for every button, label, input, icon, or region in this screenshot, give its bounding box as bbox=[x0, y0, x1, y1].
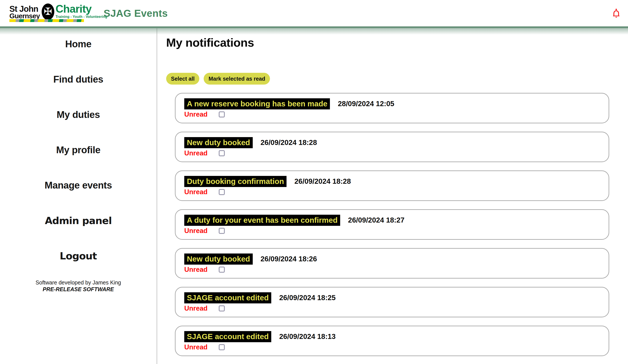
logo-tagline: Training - Youth - Volunteering bbox=[56, 15, 107, 19]
notification-card-row2: Unread bbox=[184, 111, 602, 118]
maltese-cross-glyph: ✠ bbox=[44, 6, 52, 16]
notification-status: Unread bbox=[184, 304, 208, 312]
sidebar-item-admin-panel[interactable]: Admin panel bbox=[0, 203, 157, 238]
notification-select-checkbox[interactable] bbox=[219, 228, 225, 234]
app-header: St John Guernsey ✠ Charity Training - Yo… bbox=[0, 0, 628, 26]
page-layout: Home Find duties My duties My profile Ma… bbox=[0, 26, 628, 364]
sidebar-item-manage-events[interactable]: Manage events bbox=[0, 168, 157, 203]
notification-status: Unread bbox=[184, 343, 208, 351]
notification-select-checkbox[interactable] bbox=[219, 267, 225, 273]
notification-datetime: 26/09/2024 18:26 bbox=[261, 255, 317, 263]
notifications-bell-button[interactable] bbox=[611, 7, 622, 20]
logo-name-line1: St John bbox=[9, 5, 40, 13]
notification-card: A new reserve booking has been made 28/0… bbox=[175, 93, 609, 123]
notification-card-row2: Unread bbox=[184, 227, 602, 235]
notification-select-checkbox[interactable] bbox=[219, 150, 225, 156]
sidebar-item-my-profile[interactable]: My profile bbox=[0, 132, 157, 168]
logo-brand-word: Charity bbox=[56, 3, 107, 14]
notification-card-row1: SJAGE account edited 26/09/2024 18:13 bbox=[184, 331, 602, 342]
notification-status: Unread bbox=[184, 266, 208, 274]
select-all-button[interactable]: Select all bbox=[166, 73, 199, 84]
notification-title: New duty booked bbox=[184, 137, 253, 148]
sidebar-item-home[interactable]: Home bbox=[0, 26, 157, 62]
notification-title: A new reserve booking has been made bbox=[184, 98, 330, 109]
notification-card: SJAGE account edited 26/09/2024 18:13 Un… bbox=[175, 326, 609, 356]
notification-datetime: 26/09/2024 18:25 bbox=[279, 293, 336, 302]
sidebar-item-my-duties[interactable]: My duties bbox=[0, 97, 157, 132]
notification-card: Duty booking confirmation 26/09/2024 18:… bbox=[175, 170, 609, 201]
sidebar-item-label: My profile bbox=[56, 145, 100, 155]
notification-card-row2: Unread bbox=[184, 266, 602, 274]
page-title: My notifications bbox=[166, 36, 609, 49]
notification-card-row2: Unread bbox=[184, 304, 602, 312]
sidebar-item-label: Admin panel bbox=[45, 215, 112, 226]
software-credit: Software developed by James King bbox=[0, 279, 157, 286]
notification-datetime: 26/09/2024 18:28 bbox=[261, 139, 317, 147]
notification-card-row1: A new reserve booking has been made 28/0… bbox=[184, 98, 602, 109]
notification-select-checkbox[interactable] bbox=[219, 111, 225, 118]
notification-datetime: 28/09/2024 12:05 bbox=[338, 100, 394, 108]
notification-status: Unread bbox=[184, 149, 208, 157]
notification-card: SJAGE account edited 26/09/2024 18:25 Un… bbox=[175, 287, 609, 317]
main-content: My notifications Select all Mark selecte… bbox=[157, 26, 628, 364]
sidebar-item-label: Home bbox=[65, 39, 91, 50]
notification-card-row1: New duty booked 26/09/2024 18:26 bbox=[184, 253, 602, 265]
sidebar-nav: Home Find duties My duties My profile Ma… bbox=[0, 26, 157, 364]
sidebar-item-label: My duties bbox=[57, 109, 100, 120]
notification-datetime: 26/09/2024 18:13 bbox=[279, 332, 336, 341]
notification-title: New duty booked bbox=[184, 253, 253, 265]
logo-brand: Charity Training - Youth - Volunteering bbox=[56, 3, 107, 19]
notification-select-checkbox[interactable] bbox=[219, 189, 225, 195]
notification-title: Duty booking confirmation bbox=[184, 176, 287, 187]
notification-card-row1: New duty booked 26/09/2024 18:28 bbox=[184, 137, 602, 148]
sidebar-footer: Software developed by James King PRE-REL… bbox=[0, 279, 157, 293]
notification-status: Unread bbox=[184, 188, 208, 196]
logo-org-name: St John Guernsey bbox=[9, 5, 40, 19]
release-note: PRE-RELEASE SOFTWARE bbox=[0, 286, 157, 293]
notification-card: New duty booked 26/09/2024 18:28 Unread bbox=[175, 132, 609, 162]
org-logo: St John Guernsey ✠ Charity Training - Yo… bbox=[9, 0, 94, 26]
notifications-list: A new reserve booking has been made 28/0… bbox=[175, 93, 609, 356]
notification-title: SJAGE account edited bbox=[184, 292, 271, 303]
app-title: SJAG Events bbox=[104, 7, 168, 19]
sidebar-item-label: Find duties bbox=[53, 74, 103, 85]
notification-select-checkbox[interactable] bbox=[219, 305, 225, 311]
notification-datetime: 26/09/2024 18:28 bbox=[294, 177, 351, 185]
brand-stripe-icon bbox=[9, 19, 84, 22]
bell-icon bbox=[611, 7, 622, 20]
sidebar-item-find-duties[interactable]: Find duties bbox=[0, 62, 157, 97]
notification-card: New duty booked 26/09/2024 18:26 Unread bbox=[175, 248, 609, 279]
maltese-cross-icon: ✠ bbox=[42, 3, 54, 20]
notification-card-row1: SJAGE account edited 26/09/2024 18:25 bbox=[184, 292, 602, 303]
notification-datetime: 26/09/2024 18:27 bbox=[348, 216, 404, 224]
notification-title: A duty for your event has been confirmed bbox=[184, 215, 340, 226]
notification-card-row2: Unread bbox=[184, 149, 602, 157]
sidebar-items: Home Find duties My duties My profile Ma… bbox=[0, 26, 157, 274]
notification-card-row2: Unread bbox=[184, 343, 602, 351]
sidebar-item-label: Logout bbox=[60, 250, 97, 262]
notification-card-row1: A duty for your event has been confirmed… bbox=[184, 215, 602, 226]
notification-status: Unread bbox=[184, 227, 208, 235]
mark-selected-as-read-button[interactable]: Mark selected as read bbox=[204, 73, 270, 84]
sidebar-item-label: Manage events bbox=[45, 180, 112, 191]
notification-status: Unread bbox=[184, 111, 208, 118]
notifications-toolbar: Select all Mark selected as read bbox=[166, 73, 609, 84]
notification-title: SJAGE account edited bbox=[184, 331, 271, 342]
logo-name-line2: Guernsey bbox=[9, 13, 40, 19]
notification-card-row1: Duty booking confirmation 26/09/2024 18:… bbox=[184, 176, 602, 187]
sidebar-item-logout[interactable]: Logout bbox=[0, 238, 157, 274]
notification-select-checkbox[interactable] bbox=[219, 344, 225, 350]
notification-card: A duty for your event has been confirmed… bbox=[175, 209, 609, 240]
notification-card-row2: Unread bbox=[184, 188, 602, 196]
